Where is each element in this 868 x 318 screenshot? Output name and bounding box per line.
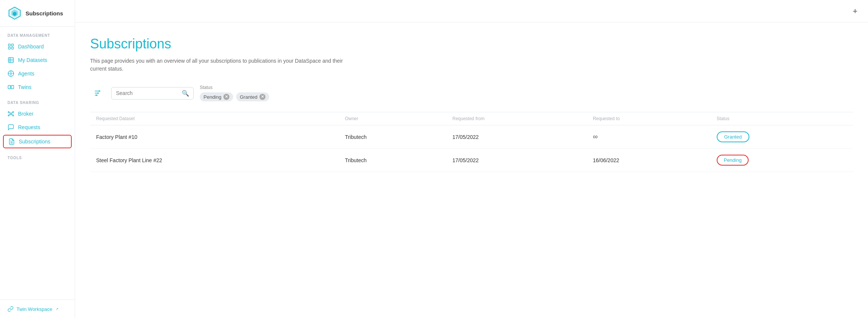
chip-granted[interactable]: Granted ✕ [236, 92, 269, 101]
search-input[interactable] [116, 90, 182, 96]
svg-point-31 [96, 95, 97, 96]
search-icon: 🔍 [182, 90, 189, 97]
svg-line-23 [12, 114, 13, 115]
svg-point-19 [13, 115, 14, 116]
main-content: + Subscriptions This page provides you w… [75, 0, 868, 318]
dashboard-label: Dashboard [18, 44, 44, 50]
sidebar-item-twin-workspace[interactable]: Twin Workspace ↗ [8, 306, 67, 312]
col-header-status: Status [711, 112, 853, 125]
svg-rect-8 [8, 57, 14, 63]
chip-pending-remove[interactable]: ✕ [223, 94, 229, 100]
svg-rect-7 [12, 47, 14, 49]
svg-point-30 [97, 92, 99, 94]
sidebar-item-subscriptions[interactable]: Subscriptions [3, 135, 72, 148]
svg-point-29 [99, 90, 100, 92]
app-logo [8, 6, 22, 20]
grid-icon [8, 43, 14, 50]
svg-point-12 [10, 73, 12, 75]
table-header-row: Requested Dataset Owner Requested from R… [90, 112, 853, 125]
infinity-symbol: ∞ [593, 133, 598, 140]
table-icon [8, 57, 14, 63]
my-datasets-label: My Datasets [18, 57, 47, 63]
cell-status-2: Pending [711, 149, 853, 172]
svg-rect-6 [8, 47, 10, 49]
filter-button[interactable] [90, 86, 105, 101]
workspace-icon [8, 306, 14, 312]
cell-status-1: Granted [711, 125, 853, 149]
svg-rect-4 [8, 44, 10, 46]
status-pending-wrapper[interactable]: Pending [717, 155, 749, 166]
sidebar: Subscriptions DATA MANAGEMENT Dashboard … [0, 0, 75, 318]
page-body: Subscriptions This page provides you wit… [75, 23, 868, 318]
subscriptions-label: Subscriptions [19, 139, 50, 145]
subscriptions-icon [8, 138, 15, 145]
broker-label: Broker [18, 111, 33, 117]
cell-owner-2: Tributech [339, 149, 446, 172]
col-header-dataset: Requested Dataset [90, 112, 339, 125]
requests-label: Requests [18, 124, 40, 130]
sidebar-item-requests[interactable]: Requests [0, 121, 75, 134]
svg-rect-14 [11, 86, 14, 89]
col-header-requested-to: Requested to [587, 112, 711, 125]
cell-owner-1: Tributech [339, 125, 446, 149]
col-header-requested-from: Requested from [446, 112, 587, 125]
svg-line-20 [9, 112, 11, 113]
app-title: Subscriptions [26, 10, 63, 17]
data-management-label: DATA MANAGEMENT [0, 27, 75, 40]
requests-icon [8, 124, 14, 131]
agents-label: Agents [18, 71, 35, 77]
cell-dataset-1: Factory Plant #10 [90, 125, 339, 149]
chip-granted-remove[interactable]: ✕ [259, 94, 265, 100]
agents-icon [8, 70, 14, 77]
twins-icon [8, 84, 14, 90]
twins-label: Twins [18, 84, 32, 90]
table-row: Factory Plant #10 Tributech 17/05/2022 ∞… [90, 125, 853, 149]
sidebar-item-agents[interactable]: Agents [0, 67, 75, 80]
topbar: + [75, 0, 868, 23]
svg-point-17 [13, 112, 14, 113]
cell-dataset-2: Steel Factory Plant Line #22 [90, 149, 339, 172]
sidebar-bottom: Twin Workspace ↗ [0, 300, 75, 318]
cell-requested-to-2: 16/06/2022 [587, 149, 711, 172]
tools-label: TOOLS [0, 149, 75, 162]
page-title: Subscriptions [90, 36, 853, 52]
subscriptions-table: Requested Dataset Owner Requested from R… [90, 112, 853, 172]
status-badge-granted[interactable]: Granted [717, 131, 749, 142]
filter-icon [93, 89, 102, 97]
chip-pending-label: Pending [203, 94, 222, 100]
sidebar-item-my-datasets[interactable]: My Datasets [0, 53, 75, 67]
page-description: This page provides you with an overview … [90, 57, 345, 73]
svg-line-22 [9, 114, 11, 115]
add-button[interactable]: + [853, 7, 857, 15]
broker-icon [8, 110, 14, 117]
cell-requested-from-2: 17/05/2022 [446, 149, 587, 172]
svg-point-16 [8, 112, 9, 113]
status-filter-label: Status [200, 85, 269, 90]
svg-point-18 [8, 115, 9, 116]
status-badge-pending: Pending [718, 156, 748, 164]
col-header-owner: Owner [339, 112, 446, 125]
svg-line-21 [12, 112, 13, 113]
data-sharing-label: DATA SHARING [0, 94, 75, 107]
sidebar-header: Subscriptions [0, 0, 75, 27]
sidebar-item-dashboard[interactable]: Dashboard [0, 40, 75, 53]
chip-granted-label: Granted [240, 94, 258, 100]
cell-requested-to-1: ∞ [587, 125, 711, 149]
table-row: Steel Factory Plant Line #22 Tributech 1… [90, 149, 853, 172]
twin-workspace-label: Twin Workspace [17, 306, 52, 312]
cell-requested-from-1: 17/05/2022 [446, 125, 587, 149]
svg-rect-13 [8, 86, 11, 89]
status-chips: Pending ✕ Granted ✕ [200, 92, 269, 101]
chip-pending[interactable]: Pending ✕ [200, 92, 233, 101]
search-box[interactable]: 🔍 [111, 87, 194, 99]
status-filter-group: Status Pending ✕ Granted ✕ [200, 85, 269, 101]
svg-rect-5 [12, 44, 14, 46]
sidebar-item-twins[interactable]: Twins [0, 80, 75, 94]
sidebar-item-broker[interactable]: Broker [0, 107, 75, 121]
filter-bar: 🔍 Status Pending ✕ Granted ✕ [90, 85, 853, 101]
